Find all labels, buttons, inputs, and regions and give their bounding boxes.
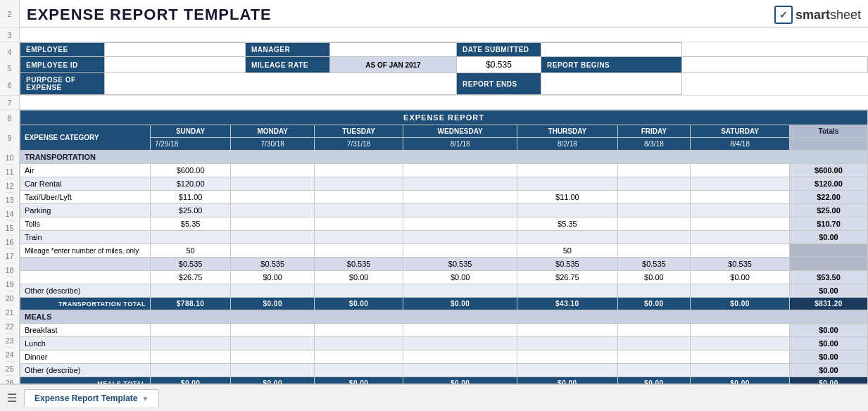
manager-value[interactable] <box>330 43 457 57</box>
employee-id-value[interactable] <box>105 57 246 73</box>
rate-wed: $0.535 <box>403 258 517 271</box>
breakfast-label: Breakfast <box>20 324 151 337</box>
logo: ✓ smartsheet <box>774 6 861 24</box>
tuesday-date: 7/31/18 <box>315 138 403 151</box>
expense-row-nums: 8 9 10 11 12 13 14 15 16 17 18 19 20 21 … <box>0 110 20 411</box>
tolls-sun[interactable]: $5.35 <box>151 217 231 231</box>
expense-report-header: EXPENSE REPORT <box>20 110 868 125</box>
mileage-rate-label: MILEAGE RATE <box>246 57 330 73</box>
info-row-2: EMPLOYEE ID MILEAGE RATE AS OF JAN 2017 … <box>20 57 868 73</box>
calc-sun: $26.75 <box>151 271 231 284</box>
row-breakfast: Breakfast $0.00 <box>20 324 868 337</box>
category-header: EXPENSE CATEGORY <box>20 125 151 151</box>
employee-value[interactable] <box>105 43 246 57</box>
lunch-total: $0.00 <box>789 337 867 350</box>
report-begins-value[interactable] <box>682 57 868 73</box>
row-air: Air $600.00 $600.00 <box>20 164 868 177</box>
sheet-tab[interactable]: Expense Report Template ▼ <box>24 389 159 407</box>
row-num-2: 2 <box>0 0 20 27</box>
air-tue[interactable] <box>315 164 403 177</box>
transport-total-thu: $43.10 <box>517 298 617 310</box>
parking-label: Parking <box>20 204 151 217</box>
info-section: 4 5 6 EMPLOYEE MANAGER DATE SUBMITTED EM… <box>0 42 868 96</box>
car-rental-sun[interactable]: $120.00 <box>151 177 231 191</box>
friday-date: 8/3/18 <box>617 138 691 151</box>
calc-thu: $26.75 <box>517 271 617 284</box>
air-sat[interactable] <box>691 164 790 177</box>
mileage-sun[interactable]: 50 <box>151 244 231 258</box>
transport-total-label: TRANSPORTATION TOTAL <box>20 298 151 310</box>
tab-dropdown-icon[interactable]: ▼ <box>141 395 149 403</box>
logo-smart: smartsheet <box>795 8 861 23</box>
spreadsheet-container: 2 EXPENSE REPORT TEMPLATE ✓ smartsheet 3… <box>0 0 868 411</box>
air-sun[interactable]: $600.00 <box>151 164 231 177</box>
report-ends-value[interactable] <box>541 73 682 95</box>
air-total: $600.00 <box>789 164 867 177</box>
rate-sat: $0.535 <box>691 258 790 271</box>
row-mileage-calc: $26.75 $0.00 $0.00 $0.00 $26.75 $0.00 $0… <box>20 271 868 284</box>
row-car-rental: Car Rental $120.00 $120.00 <box>20 177 868 191</box>
wednesday-header: WEDNESDAY <box>403 125 517 138</box>
row-parking: Parking $25.00 $25.00 <box>20 204 868 217</box>
mileage-thu[interactable]: 50 <box>517 244 617 258</box>
row-taxi: Taxi/Uber/Lyft $11.00 $11.00 $22.00 <box>20 191 868 204</box>
row-mileage-rate: $0.535 $0.535 $0.535 $0.535 $0.535 $0.53… <box>20 258 868 271</box>
page-title: EXPENSE REPORT TEMPLATE <box>27 6 272 24</box>
expense-table: EXPENSE REPORT EXPENSE CATEGORY SUNDAY M… <box>20 110 868 390</box>
hamburger-icon[interactable]: ☰ <box>7 391 17 405</box>
row-tolls: Tolls $5.35 $5.35 $10.70 <box>20 217 868 231</box>
purpose-value[interactable] <box>105 73 457 95</box>
info-row-3: PURPOSE OF EXPENSE REPORT ENDS <box>20 73 868 95</box>
meals-header: MEALS <box>20 310 868 324</box>
row-lunch: Lunch $0.00 <box>20 337 868 350</box>
other-meals-total: $0.00 <box>789 364 867 377</box>
mileage-as-of: AS OF JAN 2017 <box>330 57 457 73</box>
calc-total: $53.50 <box>789 271 867 284</box>
row-dinner: Dinner $0.00 <box>20 350 868 364</box>
sunday-header: SUNDAY <box>151 125 231 138</box>
transport-total-sun: $788.10 <box>151 298 231 310</box>
tolls-thu[interactable]: $5.35 <box>517 217 617 231</box>
mileage-total <box>789 244 867 258</box>
dinner-total: $0.00 <box>789 350 867 364</box>
tolls-label: Tolls <box>20 217 151 231</box>
taxi-thu[interactable]: $11.00 <box>517 191 617 204</box>
empty-row-3: 3 <box>0 28 868 42</box>
purpose-label: PURPOSE OF EXPENSE <box>20 73 105 95</box>
meals-label: MEALS <box>20 310 868 324</box>
row-nums-456: 4 5 6 <box>0 42 20 95</box>
air-thu[interactable] <box>517 164 617 177</box>
logo-check-icon: ✓ <box>774 6 793 24</box>
calc-tue: $0.00 <box>315 271 403 284</box>
air-wed[interactable] <box>403 164 517 177</box>
parking-total: $25.00 <box>789 204 867 217</box>
other-transport-total: $0.00 <box>789 284 867 298</box>
employee-label: EMPLOYEE <box>20 43 105 57</box>
air-label: Air <box>20 164 151 177</box>
rate-thu: $0.535 <box>517 258 617 271</box>
manager-label: MANAGER <box>246 43 330 57</box>
air-fri[interactable] <box>617 164 691 177</box>
train-label: Train <box>20 231 151 244</box>
taxi-total: $22.00 <box>789 191 867 204</box>
column-headers: EXPENSE CATEGORY SUNDAY MONDAY TUESDAY W… <box>20 125 868 138</box>
monday-date: 7/30/18 <box>231 138 315 151</box>
other-meals-label: Other (describe) <box>20 364 151 377</box>
transport-grand-total: $831.20 <box>789 298 867 310</box>
row-other-meals: Other (describe) $0.00 <box>20 364 868 377</box>
car-rental-total: $120.00 <box>789 177 867 191</box>
date-submitted-value[interactable] <box>541 43 682 57</box>
expense-table-section: 8 9 10 11 12 13 14 15 16 17 18 19 20 21 … <box>0 110 868 411</box>
calc-fri: $0.00 <box>617 271 691 284</box>
parking-sun[interactable]: $25.00 <box>151 204 231 217</box>
thursday-header: THURSDAY <box>517 125 617 138</box>
taxi-sun[interactable]: $11.00 <box>151 191 231 204</box>
air-mon[interactable] <box>231 164 315 177</box>
lunch-label: Lunch <box>20 337 151 350</box>
saturday-header: SATURDAY <box>691 125 790 138</box>
row-other-transport: Other (describe) $0.00 <box>20 284 868 298</box>
taxi-label: Taxi/Uber/Lyft <box>20 191 151 204</box>
tuesday-header: TUESDAY <box>315 125 403 138</box>
saturday-date: 8/4/18 <box>691 138 790 151</box>
info-row-1: EMPLOYEE MANAGER DATE SUBMITTED <box>20 43 868 57</box>
